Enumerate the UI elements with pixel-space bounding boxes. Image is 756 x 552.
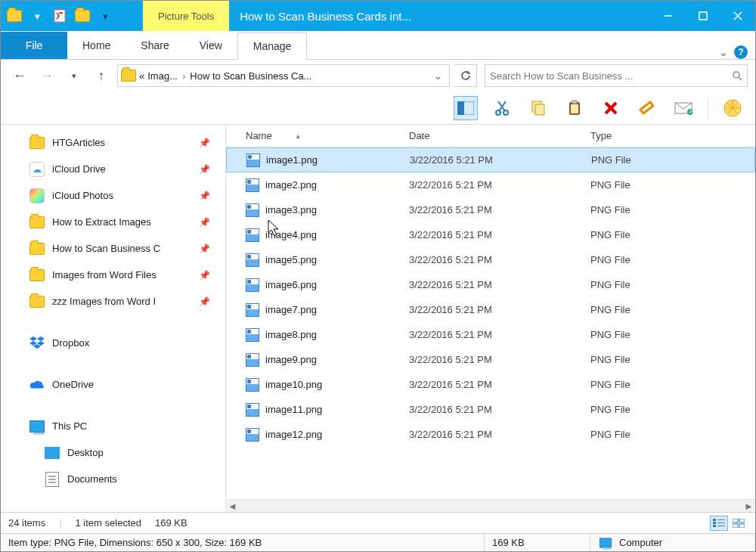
file-list[interactable]: image1.png3/22/2016 5:21 PMPNG Fileimage…: [226, 147, 755, 499]
svg-rect-30: [739, 519, 745, 523]
pin-icon: 📌: [199, 191, 210, 201]
file-name: image1.png: [266, 154, 318, 166]
file-type: PNG File: [590, 204, 755, 216]
address-bar[interactable]: « Imag... › How to Scan Business Ca... ⌄: [117, 64, 450, 87]
horizontal-scrollbar[interactable]: ◄ ►: [226, 499, 755, 512]
svg-rect-8: [457, 101, 464, 115]
contextual-tab-label: Picture Tools: [143, 1, 229, 31]
pin-icon: 📌: [199, 138, 210, 148]
table-row[interactable]: image10.png3/22/2016 5:21 PMPNG File: [226, 372, 755, 397]
minimize-button[interactable]: [651, 1, 686, 31]
qat-overflow[interactable]: ▾: [96, 7, 114, 25]
tab-view[interactable]: View: [184, 32, 237, 59]
table-row[interactable]: image8.png3/22/2016 5:21 PMPNG File: [226, 322, 755, 347]
thumbnails-view-button[interactable]: [730, 516, 748, 531]
sidebar-item-pinned[interactable]: ☁iCloud Drive📌: [1, 156, 225, 182]
column-header-name[interactable]: Name▲: [246, 130, 409, 141]
sidebar-item-dropbox[interactable]: Dropbox: [1, 330, 225, 356]
window-controls: [651, 1, 755, 31]
tab-home[interactable]: Home: [67, 32, 125, 59]
svg-rect-26: [717, 523, 725, 523]
sidebar-item-pinned[interactable]: How to Extract Images 📌: [1, 209, 225, 235]
table-row[interactable]: image3.png3/22/2016 5:21 PMPNG File: [226, 197, 755, 222]
file-type: PNG File: [590, 304, 755, 315]
table-row[interactable]: image11.png3/22/2016 5:21 PMPNG File: [226, 397, 755, 422]
chevron-right-icon[interactable]: ›: [181, 70, 187, 82]
svg-rect-17: [572, 101, 577, 104]
sidebar-item-pinned[interactable]: zzz Images from Word I📌: [1, 288, 225, 315]
back-button[interactable]: ←: [8, 64, 31, 87]
table-row[interactable]: image4.png3/22/2016 5:21 PMPNG File: [226, 222, 755, 247]
file-type: PNG File: [590, 179, 755, 191]
tab-share[interactable]: Share: [125, 32, 184, 59]
sidebar-item-pinned[interactable]: Images from Word Files📌: [1, 262, 225, 288]
table-row[interactable]: image9.png3/22/2016 5:21 PMPNG File: [226, 347, 755, 372]
ribbon-collapse-icon[interactable]: ⌄: [719, 46, 728, 58]
recent-dropdown[interactable]: ▾: [63, 64, 85, 87]
table-row[interactable]: image1.png3/22/2016 5:21 PMPNG File: [226, 147, 755, 172]
rename-button[interactable]: [635, 96, 659, 120]
table-row[interactable]: image2.png3/22/2016 5:21 PMPNG File: [226, 172, 755, 197]
svg-rect-14: [535, 104, 544, 115]
breadcrumb-1: Imag...: [147, 70, 178, 82]
photos-icon: [29, 188, 45, 203]
qat-dropdown[interactable]: ▾: [28, 7, 46, 25]
sidebar-item-pinned[interactable]: iCloud Photos📌: [1, 182, 225, 209]
table-row[interactable]: image5.png3/22/2016 5:21 PMPNG File: [226, 247, 755, 272]
scroll-left-icon[interactable]: ◄: [226, 500, 239, 513]
sidebar-item-pinned[interactable]: HTGArticles📌: [1, 129, 225, 156]
file-name: image4.png: [265, 229, 317, 240]
info-location: Computer: [590, 534, 755, 551]
image-file-icon: [246, 428, 259, 442]
column-header-type[interactable]: Type: [590, 130, 755, 141]
sidebar-item-desktop[interactable]: Desktop: [1, 439, 225, 466]
column-header-date[interactable]: Date: [409, 130, 590, 141]
address-dropdown-icon[interactable]: ⌄: [429, 65, 446, 86]
refresh-button[interactable]: [454, 64, 477, 87]
qat-newfolder-button[interactable]: [73, 7, 91, 25]
sort-asc-icon: ▲: [295, 132, 302, 140]
file-date: 3/22/2016 5:21 PM: [409, 429, 590, 440]
breadcrumb-2: How to Scan Business Ca...: [190, 70, 311, 82]
file-name: image6.png: [265, 279, 317, 290]
delete-button[interactable]: [599, 96, 623, 120]
forward-button[interactable]: →: [36, 64, 58, 87]
qat-folder-button[interactable]: [5, 7, 23, 25]
email-button[interactable]: [671, 96, 696, 120]
ribbon: File Home Share View Manage ⌄ ?: [1, 31, 755, 60]
up-button[interactable]: ↑: [90, 64, 113, 87]
shell-icon[interactable]: [720, 96, 745, 120]
table-row[interactable]: image6.png3/22/2016 5:21 PMPNG File: [226, 272, 755, 297]
file-date: 3/22/2016 5:21 PM: [410, 154, 591, 166]
close-button[interactable]: [720, 1, 755, 31]
file-tab[interactable]: File: [1, 32, 67, 59]
status-size: 169 KB: [155, 517, 187, 529]
paste-button[interactable]: [562, 96, 587, 120]
file-date: 3/22/2016 5:21 PM: [409, 404, 590, 415]
copy-button[interactable]: [526, 96, 550, 120]
sidebar-item-pinned[interactable]: How to Scan Business C📌: [1, 235, 225, 262]
details-view-button[interactable]: [710, 516, 728, 531]
search-input[interactable]: Search How to Scan Business ...: [485, 64, 748, 87]
preview-pane-toggle[interactable]: [454, 96, 478, 120]
svg-rect-29: [733, 519, 738, 523]
scroll-right-icon[interactable]: ►: [742, 500, 755, 513]
search-icon: [732, 70, 742, 81]
sidebar-item-thispc[interactable]: This PC: [1, 413, 225, 439]
navigation-row: ← → ▾ ↑ « Imag... › How to Scan Business…: [1, 60, 755, 91]
tab-manage[interactable]: Manage: [237, 33, 308, 60]
maximize-button[interactable]: [686, 1, 720, 31]
qat-properties-button[interactable]: [51, 7, 69, 25]
file-type: PNG File: [590, 379, 755, 390]
image-file-icon: [246, 178, 259, 192]
toolbar-separator: [708, 98, 708, 119]
help-icon[interactable]: ?: [734, 45, 748, 59]
cut-button[interactable]: [490, 96, 514, 120]
navigation-pane[interactable]: HTGArticles📌☁iCloud Drive📌iCloud Photos📌…: [1, 125, 226, 512]
table-row[interactable]: image12.png3/22/2016 5:21 PMPNG File: [226, 422, 755, 447]
svg-rect-23: [713, 519, 716, 521]
file-name: image9.png: [265, 354, 317, 365]
sidebar-item-onedrive[interactable]: OneDrive: [1, 371, 225, 398]
sidebar-item-documents[interactable]: Documents: [1, 466, 225, 492]
table-row[interactable]: image7.png3/22/2016 5:21 PMPNG File: [226, 297, 755, 322]
